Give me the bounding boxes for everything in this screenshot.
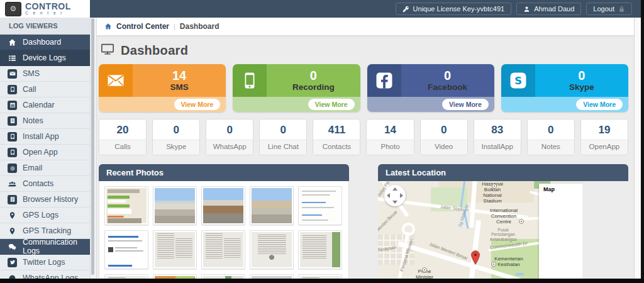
svg-text:S: S [514, 75, 522, 87]
map[interactable]: Hassanal Bolkiah National StadiumJalan S… [378, 181, 582, 279]
stat-card-skype: S0SkypeView More [501, 64, 628, 112]
stat-card-value: 14 [172, 69, 186, 82]
pan-down-arrow[interactable] [392, 201, 397, 204]
history-icon [8, 195, 17, 204]
user-icon [523, 6, 530, 13]
photo-thumbnail[interactable] [298, 274, 342, 279]
sms-icon [8, 69, 17, 79]
logo-title: CONTROL [25, 2, 71, 11]
counter-video: 0Video [420, 119, 468, 155]
sidebar-scrollbar[interactable] [90, 18, 97, 279]
photo-thumbnail[interactable] [250, 186, 294, 225]
user-menu-button[interactable]: Ahmad Daud [516, 3, 581, 15]
sidebar-item-open-app[interactable]: Open App [0, 145, 90, 160]
sidebar-item-email[interactable]: @Email [0, 160, 90, 176]
sidebar-item-gps-logs[interactable]: GPS Logs [0, 208, 90, 223]
view-more-button[interactable]: View More [442, 99, 489, 110]
sidebar-scrollbar-thumb[interactable] [91, 18, 94, 275]
pan-right-arrow[interactable] [400, 193, 403, 198]
breadcrumb-current: Dashboard [180, 22, 219, 31]
counter-value: 83 [474, 119, 521, 140]
counter-label: Notes [528, 140, 574, 155]
sidebar: ⚙ CONTROL C e n t e r LOG VIEWERS Dashbo… [0, 0, 90, 279]
counter-label: Skype [153, 140, 199, 155]
calendar-icon [8, 101, 17, 110]
counter-notes: 0Notes [527, 119, 575, 155]
sidebar-item-gps-tracking[interactable]: GPS Tracking [0, 223, 90, 239]
map-pan-control[interactable] [384, 185, 406, 206]
logout-button[interactable]: Logout [586, 3, 632, 15]
notes-icon [8, 116, 17, 126]
photo-thumbnail[interactable] [153, 230, 197, 269]
stat-card-label: SMS [170, 83, 188, 92]
photo-thumbnail[interactable] [250, 274, 294, 279]
map-poi-marker [492, 184, 497, 189]
stat-card-label: Facebook [428, 83, 467, 92]
panels-row: Recent Photos Latest Location [99, 164, 628, 279]
latest-location-panel: Latest Location [378, 164, 628, 279]
counter-value: 0 [206, 119, 253, 140]
counter-label: Calls [99, 140, 146, 155]
sidebar-item-label: Contacts [23, 179, 53, 188]
sidebar-item-calendar[interactable]: Calendar [0, 97, 90, 113]
phone-icon [8, 85, 17, 94]
view-more-button[interactable]: View More [576, 99, 623, 110]
sidebar-item-label: Dashboard [23, 38, 61, 47]
counter-value: 411 [313, 119, 360, 140]
license-key-button[interactable]: Unique License Key-yvbtc491 [396, 3, 512, 15]
counter-label: Contacts [313, 140, 360, 155]
photo-thumbnail[interactable] [250, 230, 294, 269]
counter-value: 0 [153, 119, 199, 140]
photo-thumbnail[interactable] [298, 186, 342, 225]
sidebar-item-notes[interactable]: Notes [0, 113, 90, 129]
counter-value: 20 [99, 119, 146, 140]
sidebar-item-twitter-logs[interactable]: Twitter Logs [0, 255, 90, 270]
photo-thumbnail[interactable] [104, 274, 148, 279]
map-label: Pusat Persidangan Antarabangsa [490, 228, 516, 242]
screen-right-edge [641, 0, 644, 283]
sidebar-item-label: SMS [23, 69, 40, 78]
photo-thumbnail[interactable] [201, 186, 245, 225]
sidebar-item-label: Email [23, 164, 42, 172]
pan-up-arrow[interactable] [392, 187, 397, 191]
topbar: Unique License Key-yvbtc491 Ahmad Daud L… [90, 0, 641, 18]
sidebar-item-dashboard[interactable]: Dashboard [0, 35, 90, 50]
counter-skype: 0Skype [152, 119, 200, 155]
photo-thumbnail[interactable] [201, 230, 245, 269]
counter-line-chat: 0Line Chat [259, 119, 307, 155]
mobile-small-icon [8, 148, 17, 157]
pan-left-arrow[interactable] [387, 193, 390, 198]
svg-text:@: @ [10, 165, 15, 171]
map-pond [515, 273, 524, 275]
control-center-dashboard: ⚙ CONTROL C e n t e r LOG VIEWERS Dashbo… [0, 0, 644, 283]
map-view-button[interactable]: Map [539, 184, 582, 279]
photo-thumbnail[interactable] [153, 274, 197, 279]
photo-thumbnail[interactable] [153, 186, 197, 225]
photo-thumbnail[interactable] [104, 186, 148, 225]
skype-icon: S [501, 64, 535, 97]
photo-image-email [300, 188, 340, 223]
counters-row: 20Calls0Skype0WhatsApp0Line Chat411Conta… [99, 119, 628, 155]
sidebar-item-label: Install App [23, 132, 59, 141]
breadcrumb-root[interactable]: Control Center [116, 22, 169, 31]
sidebar-item-call[interactable]: Call [0, 82, 90, 97]
photo-thumbnail[interactable] [298, 230, 342, 269]
photo-image-street-c [252, 188, 292, 223]
view-more-button[interactable]: View More [308, 99, 355, 110]
photo-thumbnail[interactable] [201, 274, 245, 279]
view-more-button[interactable]: View More [174, 99, 221, 110]
lock-icon [618, 6, 625, 13]
list-icon [8, 53, 17, 63]
sidebar-nav: DashboardDevice LogsSMSCallCalendarNotes… [0, 35, 90, 283]
sidebar-item-sms[interactable]: SMS [0, 66, 90, 82]
map-label: Kementerian Kesihatan [494, 255, 523, 267]
sidebar-item-communication-logs[interactable]: Communication Logs [0, 239, 90, 255]
recent-photos-panel: Recent Photos [99, 164, 349, 279]
sidebar-item-device-logs[interactable]: Device Logs [0, 50, 90, 66]
pin-icon [8, 226, 17, 236]
map-pin[interactable] [470, 250, 480, 265]
photo-thumbnail[interactable] [104, 230, 148, 269]
sidebar-item-contacts[interactable]: Contacts [0, 176, 90, 192]
sidebar-item-browser-history[interactable]: Browser History [0, 192, 90, 208]
sidebar-item-install-app[interactable]: Install App [0, 129, 90, 145]
